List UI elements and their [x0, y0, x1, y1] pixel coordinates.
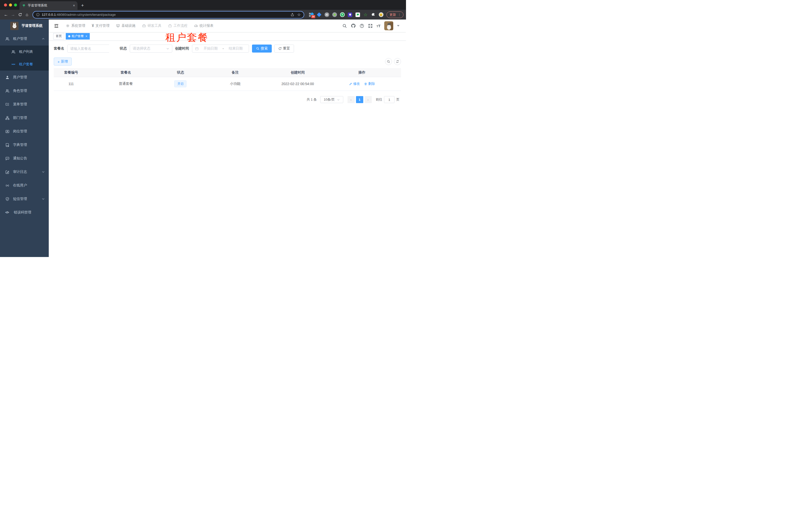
url-actions: ☆: [290, 12, 301, 17]
search-button[interactable]: 搜索: [252, 45, 272, 53]
sidebar-item-dept-management[interactable]: 部门管理: [0, 111, 49, 125]
fullscreen-icon[interactable]: [368, 24, 373, 28]
prev-page-button[interactable]: ‹: [348, 96, 355, 103]
zoom-window-button[interactable]: [14, 3, 17, 6]
cell-actions: 修改 删除: [323, 82, 401, 86]
sidebar-item-audit-log[interactable]: 审计日志: [0, 165, 49, 179]
extension-green-dot-icon[interactable]: [332, 12, 337, 17]
status-select[interactable]: 请选择状态: [130, 45, 172, 53]
tab-workflow[interactable]: 工作流程: [165, 20, 191, 32]
sidebar-item-post-management[interactable]: 岗位管理: [0, 125, 49, 138]
extension-gem-icon[interactable]: [317, 12, 321, 17]
url-bar[interactable]: 127.0.0.1:48080/admin-ui/system/tenant/p…: [32, 11, 304, 19]
sidebar: 芋道管理系统 租户管理 租户列表: [0, 20, 49, 257]
traffic-lights: [4, 3, 17, 6]
extension-shield-icon[interactable]: [348, 12, 352, 17]
sidebar-item-online-users[interactable]: 在线用户: [0, 179, 49, 192]
minimize-window-button[interactable]: [9, 3, 12, 6]
col-header: 套餐编号: [54, 70, 88, 75]
reload-icon[interactable]: [17, 11, 24, 18]
extension-grid-icon[interactable]: 10: [309, 12, 314, 17]
collapse-sidebar-icon[interactable]: [54, 23, 59, 29]
edit-link[interactable]: 修改: [349, 82, 360, 86]
sidebar-item-notice[interactable]: 通知公告: [0, 152, 49, 165]
nav-label: 系统管理: [71, 24, 85, 28]
refresh-table-button[interactable]: [394, 58, 401, 65]
avatar[interactable]: [384, 21, 393, 30]
tab-statistics[interactable]: 统计报表: [191, 20, 217, 32]
delete-link[interactable]: 删除: [364, 82, 375, 86]
show-search-button[interactable]: [385, 58, 392, 65]
help-icon[interactable]: [359, 24, 364, 28]
tab-close-icon[interactable]: ×: [73, 3, 75, 7]
table-tools: [385, 58, 401, 65]
date-range-picker[interactable]: 开始日期 - 结束日期: [192, 45, 249, 53]
sidebar-item-tenant-management[interactable]: 租户管理: [0, 32, 49, 46]
nav-label: 研发工具: [147, 24, 162, 28]
extension-cmd-icon[interactable]: ⌘: [324, 12, 329, 17]
sidebar-item-menu-management[interactable]: 菜单管理: [0, 98, 49, 111]
sidebar-item-error-code[interactable]: </> 错误码管理: [0, 206, 49, 219]
extension-puzzle-icon[interactable]: [371, 12, 376, 17]
end-date-placeholder[interactable]: 结束日期: [225, 46, 246, 51]
url-host: 127.0.0.1: [42, 13, 56, 17]
extension-emoji-icon[interactable]: [378, 12, 383, 17]
next-page-button[interactable]: ›: [365, 96, 372, 103]
start-date-placeholder[interactable]: 开始日期: [200, 46, 221, 51]
tag-tenant-package[interactable]: 租户套餐 ×: [66, 33, 90, 39]
tab-system-management[interactable]: 系统管理: [62, 20, 88, 32]
home-icon[interactable]: ⌂: [24, 11, 30, 18]
nav-label: 工作流程: [174, 24, 187, 28]
sidebar-item-label: 在线用户: [13, 183, 27, 188]
font-size-icon[interactable]: TT: [377, 24, 380, 28]
github-icon[interactable]: [351, 23, 356, 28]
tab-infrastructure[interactable]: 基础设施: [113, 20, 139, 32]
sidebar-item-dict-management[interactable]: 字典管理: [0, 138, 49, 152]
search-icon[interactable]: [342, 24, 347, 28]
tab-payment-management[interactable]: ¥ 支付管理: [88, 20, 113, 32]
sidebar-item-sms-management[interactable]: 短信管理: [0, 192, 49, 206]
page-size-select[interactable]: 10条/页: [320, 96, 343, 103]
nav-label: 基础设施: [121, 24, 136, 28]
browser-update-button[interactable]: 更新 ⋮: [386, 11, 404, 18]
message-icon: [5, 156, 9, 161]
reset-button[interactable]: 重置: [274, 45, 294, 53]
tab-dev-tools[interactable]: 研发工具: [139, 20, 165, 32]
new-tab-button[interactable]: +: [79, 2, 86, 9]
button-label: 新增: [61, 59, 68, 64]
col-header: 状态: [163, 70, 198, 75]
extension-y-icon[interactable]: Y: [340, 12, 345, 17]
bookmark-star-icon[interactable]: ☆: [297, 12, 301, 17]
kebab-menu-icon[interactable]: ⋮: [398, 13, 401, 17]
edit-pencil-icon: [349, 82, 352, 86]
name-filter-box: [67, 45, 110, 53]
sidebar-item-tenant-list[interactable]: 租户列表: [0, 46, 49, 58]
url-text[interactable]: 127.0.0.1:48080/admin-ui/system/tenant/p…: [42, 13, 116, 17]
favicon-plant-icon: [22, 4, 26, 7]
caret-down-icon[interactable]: [397, 25, 400, 27]
button-label: 搜索: [261, 46, 268, 51]
goto-page-input[interactable]: [384, 96, 395, 103]
browser-tabstrip: 芋道管理系统 × +: [0, 0, 406, 10]
page-1-button[interactable]: 1: [356, 96, 363, 103]
sidebar-item-tenant-package[interactable]: 租户套餐: [0, 58, 49, 71]
tag-close-icon[interactable]: ×: [86, 34, 87, 38]
extension-star-icon[interactable]: ☆: [363, 12, 368, 17]
sidebar-item-user-management[interactable]: 用户管理: [0, 71, 49, 84]
sidebar-item-role-management[interactable]: 角色管理: [0, 84, 49, 98]
package-name-input[interactable]: [68, 45, 110, 52]
sidebar-logo[interactable]: 芋道管理系统: [0, 20, 49, 32]
briefcase-icon: [168, 24, 172, 28]
share-icon[interactable]: [290, 13, 294, 17]
sidebar-item-label: 菜单管理: [13, 102, 27, 107]
tag-home[interactable]: 首页: [53, 33, 64, 39]
search-icon: [387, 60, 390, 63]
browser-tab[interactable]: 芋道管理系统 ×: [20, 1, 78, 10]
extension-chat-icon[interactable]: [355, 12, 360, 17]
site-info-icon[interactable]: [36, 13, 40, 17]
close-window-button[interactable]: [4, 3, 7, 6]
back-icon[interactable]: ←: [2, 11, 9, 18]
forward-icon[interactable]: →: [9, 11, 17, 18]
tree-icon: [5, 102, 9, 107]
add-button[interactable]: + 新增: [54, 58, 72, 65]
